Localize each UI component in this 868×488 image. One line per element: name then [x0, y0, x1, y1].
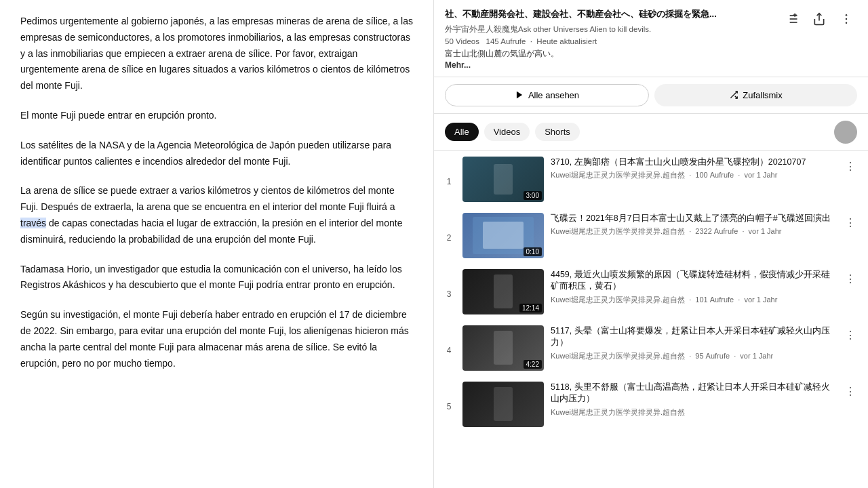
table-row[interactable]: 5 5118, 头里不舒服（富士山高温高热，赶紧让日本人开采日本硅矿减轻火山内压… — [434, 376, 868, 432]
share-button[interactable] — [808, 8, 830, 30]
time-ago: vor 1 Jahr — [744, 171, 777, 179]
duration-badge: 0:10 — [524, 247, 542, 256]
description-more-link[interactable]: Mehr... — [445, 60, 471, 70]
video-more-button[interactable]: ⋮ — [841, 269, 860, 288]
shuffle-label: Zufallsmix — [743, 90, 783, 100]
video-thumbnail — [462, 382, 544, 427]
paragraph-3: Los satélites de la NASA y de la Agencia… — [20, 138, 413, 170]
duration-badge: 12:14 — [519, 304, 542, 312]
video-number: 5 — [442, 382, 456, 411]
play-all-label: Alle ansehen — [528, 90, 579, 100]
tab-alle[interactable]: Alle — [445, 123, 479, 141]
paragraph-2: El monte Fuji puede entrar en erupción p… — [20, 108, 413, 124]
paragraph-4: La arena de sílice se puede extraer a va… — [20, 183, 413, 247]
updated-time: Heute aktualisiert — [536, 37, 597, 45]
channel-name: Kuwei堀尾忠正灵力医学灵排灵异.超自然 — [551, 171, 685, 179]
video-more-button[interactable]: ⋮ — [841, 382, 860, 401]
play-icon — [515, 90, 524, 100]
more-options-button[interactable] — [835, 8, 857, 30]
channel-name: 外宇宙外星人殺魔鬼Ask other Universes Alien to ki… — [445, 25, 651, 33]
duration-badge: 4:22 — [524, 360, 542, 369]
video-count: 50 Videos — [445, 37, 479, 45]
video-meta: Kuwei堀尾忠正灵力医学灵排灵异.超自然 · 95 Aufrufe · vor… — [551, 351, 834, 361]
video-list: 1 3:00 3710, 左胸部痞（日本富士山火山喷发由外星飞碟控制）20210… — [434, 151, 868, 488]
views-count: 145 Aufrufe — [486, 37, 526, 45]
view-count: 100 Aufrufe — [695, 171, 734, 179]
header-actions — [781, 8, 857, 30]
right-panel: 社、不動産開発会社、建設会社、不動産会社へ、硅砂の採掘を緊急... 外宇宙外星人… — [434, 0, 868, 488]
view-count: 101 Aufrufe — [695, 296, 734, 304]
video-meta: Kuwei堀尾忠正灵力医学灵排灵异.超自然 · 100 Aufrufe · vo… — [551, 170, 834, 180]
video-number: 3 — [442, 269, 456, 299]
video-thumbnail: 4:22 — [462, 325, 544, 371]
playlist-header: 社、不動産開発会社、建設会社、不動産会社へ、硅砂の採掘を緊急... 外宇宙外星人… — [434, 0, 868, 77]
playlist-title: 社、不動産開発会社、建設会社、不動産会社へ、硅砂の採掘を緊急... — [445, 8, 776, 20]
channel-name: Kuwei堀尾忠正灵力医学灵排灵异.超自然 — [551, 408, 685, 416]
video-title: 4459, 最近火山喷发频繁的原因（飞碟旋转造硅材料，假疫情减少开采硅矿而积压，… — [551, 269, 834, 293]
view-count: 2322 Aufrufe — [695, 227, 738, 235]
video-info: 4459, 最近火山喷发频繁的原因（飞碟旋转造硅材料，假疫情减少开采硅矿而积压，… — [551, 269, 834, 305]
action-buttons: Alle ansehen Zufallsmix — [434, 77, 868, 114]
video-info: 飞碟云！2021年8月7日日本富士山又戴上了漂亮的白帽子#飞碟巡回演出 Kuwe… — [551, 213, 834, 237]
video-thumbnail: 12:14 — [462, 269, 544, 314]
shuffle-button[interactable]: Zufallsmix — [654, 84, 857, 106]
video-meta: Kuwei堀尾忠正灵力医学灵排灵异.超自然 · 101 Aufrufe · vo… — [551, 295, 834, 305]
channel-name: Kuwei堀尾忠正灵力医学灵排灵异.超自然 — [551, 296, 685, 304]
avatar — [834, 121, 857, 144]
play-all-button[interactable]: Alle ansehen — [445, 84, 649, 106]
svg-point-11 — [846, 22, 848, 24]
video-info: 3710, 左胸部痞（日本富士山火山喷发由外星飞碟控制）20210707 Kuw… — [551, 157, 834, 181]
description-line1: 富士山北側山麓の気温が高い。 — [445, 49, 559, 58]
video-title: 飞碟云！2021年8月7日日本富士山又戴上了漂亮的白帽子#飞碟巡回演出 — [551, 213, 834, 225]
channel-name: Kuwei堀尾忠正灵力医学灵排灵异.超自然 — [551, 352, 685, 360]
tab-shorts[interactable]: Shorts — [535, 123, 580, 141]
channel-info: 外宇宙外星人殺魔鬼Ask other Universes Alien to ki… — [445, 24, 776, 35]
table-row[interactable]: 1 3:00 3710, 左胸部痞（日本富士山火山喷发由外星飞碟控制）20210… — [434, 151, 868, 207]
video-more-button[interactable]: ⋮ — [841, 157, 860, 176]
duration-badge: 3:00 — [524, 191, 542, 200]
paragraph-1: Pedimos urgentemente al gobierno japonés… — [20, 14, 413, 94]
filter-tabs: Alle Videos Shorts — [434, 114, 868, 151]
video-info: 5118, 头里不舒服（富士山高温高热，赶紧让日本人开采日本硅矿减轻火山内压力）… — [551, 382, 834, 418]
add-to-queue-button[interactable] — [781, 8, 803, 30]
left-panel: Pedimos urgentemente al gobierno japonés… — [0, 0, 434, 488]
highlight-word: través — [20, 218, 46, 228]
table-row[interactable]: 3 12:14 4459, 最近火山喷发频繁的原因（飞碟旋转造硅材料，假疫情减少… — [434, 264, 868, 320]
time-ago: vor 1 Jahr — [740, 352, 773, 360]
video-title: 3710, 左胸部痞（日本富士山火山喷发由外星飞碟控制）20210707 — [551, 157, 834, 169]
shuffle-icon — [729, 90, 738, 100]
video-stats: 50 Videos 145 Aufrufe · Heute aktualisie… — [445, 37, 776, 45]
table-row[interactable]: 2 0:10 飞碟云！2021年8月7日日本富士山又戴上了漂亮的白帽子#飞碟巡回… — [434, 207, 868, 264]
tab-videos[interactable]: Videos — [484, 123, 530, 141]
video-number: 4 — [442, 325, 456, 355]
video-thumbnail: 3:00 — [462, 157, 544, 202]
video-number: 1 — [442, 157, 456, 186]
paragraph-6: Según su investigación, el monte Fuji de… — [20, 307, 413, 371]
video-title: 5118, 头里不舒服（富士山高温高热，赶紧让日本人开采日本硅矿减轻火山内压力） — [551, 382, 834, 405]
view-count: 95 Aufrufe — [695, 352, 730, 360]
video-number: 2 — [442, 213, 456, 243]
video-more-button[interactable]: ⋮ — [841, 213, 860, 232]
svg-point-9 — [846, 14, 848, 16]
video-meta: Kuwei堀尾忠正灵力医学灵排灵异.超自然 — [551, 407, 834, 418]
time-ago: vor 1 Jahr — [744, 296, 777, 304]
video-more-button[interactable]: ⋮ — [841, 325, 860, 344]
channel-name: Kuwei堀尾忠正灵力医学灵排灵异.超自然 — [551, 227, 685, 235]
time-ago: vor 1 Jahr — [749, 227, 782, 235]
description: 富士山北側山麓の気温が高い。 Mehr... — [445, 48, 857, 71]
paragraph-5: Tadamasa Horio, un investigador que estu… — [20, 262, 413, 294]
svg-marker-12 — [517, 92, 522, 99]
table-row[interactable]: 4 4:22 5117, 头晕（富士山将要爆发，赶紧让日本人开采日本硅矿减轻火山… — [434, 320, 868, 376]
video-thumbnail: 0:10 — [462, 213, 544, 258]
video-title: 5117, 头晕（富士山将要爆发，赶紧让日本人开采日本硅矿减轻火山内压力） — [551, 325, 834, 349]
video-meta: Kuwei堀尾忠正灵力医学灵排灵异.超自然 · 2322 Aufrufe · v… — [551, 226, 834, 237]
svg-point-10 — [846, 18, 848, 20]
video-info: 5117, 头晕（富士山将要爆发，赶紧让日本人开采日本硅矿减轻火山内压力） Ku… — [551, 325, 834, 361]
